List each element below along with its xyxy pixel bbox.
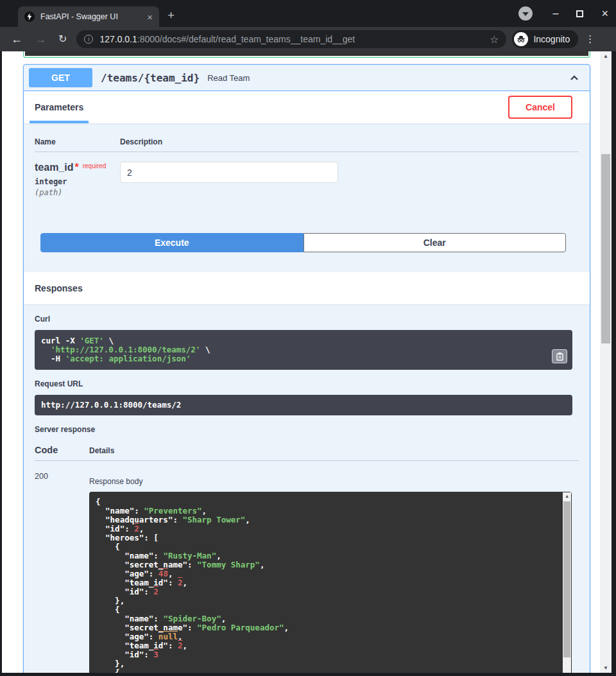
chevron-down-icon [522,12,529,16]
parameters-header: Parameters Cancel [24,91,590,123]
details-column-header: Details [89,446,114,455]
response-body-block[interactable]: { "name": "Preventers", "headquarters": … [89,492,572,673]
window-close-button[interactable]: × [601,9,608,18]
forward-button[interactable]: → [35,33,46,45]
maximize-button[interactable] [576,10,583,17]
minimize-button[interactable]: – [553,10,559,17]
code-column-header: Code [35,445,89,455]
endpoint-summary: Read Team [207,73,250,83]
opblock-summary[interactable]: GET /teams/{team_id} Read Team [24,65,590,91]
new-tab-button[interactable]: + [167,8,175,22]
required-asterisk: * [74,162,78,173]
browser-window: FastAPI - Swagger UI × + – × ← → ↻ i 127… [0,0,616,676]
clear-button[interactable]: Clear [304,233,567,252]
parameters-title: Parameters [35,102,83,112]
response-body-label: Response body [89,477,579,486]
cancel-button[interactable]: Cancel [508,96,572,119]
url-bar[interactable]: i 127.0.0.1:8000/docs#/default/read_team… [76,30,506,48]
incognito-icon [514,32,528,46]
endpoint-path: /teams/{team_id} [101,72,200,84]
response-scrollbar[interactable]: ▲ [563,492,571,673]
active-tab-underline [30,121,89,123]
menu-dots-icon[interactable]: ⋮ [585,33,595,45]
incognito-badge: Incognito [512,30,578,48]
opblock-get-teams: GET /teams/{team_id} Read Team Parameter… [23,64,590,673]
execute-button[interactable]: Execute [40,233,304,252]
scrollbar-up-icon[interactable]: ▲ [600,53,612,59]
profile-menu-button[interactable] [518,6,533,21]
responses-body: Curl curl -X 'GET' \ 'http://127.0.0.1:8… [24,304,590,673]
method-badge: GET [29,68,92,87]
copy-to-clipboard-button[interactable] [552,349,567,363]
execute-row: Execute Clear [40,233,566,252]
tab-parameters[interactable]: Parameters [35,91,83,123]
site-info-icon[interactable]: i [84,35,93,44]
previous-endpoint-block-bottom [23,51,590,58]
request-url-label: Request URL [35,379,579,388]
response-row: 200 Response body { "name": "Preventers"… [35,461,579,673]
chevron-up-icon[interactable] [568,71,581,84]
parameter-name: team_id*required [35,162,120,173]
browser-tab[interactable]: FastAPI - Swagger UI × [18,6,159,27]
tab-close-icon[interactable]: × [147,12,153,22]
page-content: GET /teams/{team_id} Read Team Parameter… [2,51,612,673]
parameter-type: integer [35,177,120,186]
url-path: :8000/docs#/default/read_team_teams__tea… [137,34,355,44]
parameters-body: Name Description team_id*required intege… [24,123,590,252]
tab-title: FastAPI - Swagger UI [40,12,147,21]
url-host: 127.0.0.1 [99,34,137,44]
reload-button[interactable]: ↻ [58,33,67,45]
fastapi-favicon-icon [24,12,35,22]
url-text[interactable]: 127.0.0.1:8000/docs#/default/read_team_t… [99,34,355,44]
back-button[interactable]: ← [11,33,22,45]
curl-label: Curl [35,315,579,324]
request-url-block: http://127.0.0.1:8000/teams/2 [35,395,572,415]
server-response-label: Server response [35,425,579,434]
page-scrollbar-thumb[interactable] [601,154,610,343]
parameter-location: (path) [35,188,120,197]
name-column-header: Name [35,137,120,146]
responses-title: Responses [35,283,83,293]
scroll-up-icon[interactable]: ▲ [563,492,571,501]
browser-toolbar: ← → ↻ i 127.0.0.1:8000/docs#/default/rea… [0,27,616,51]
required-label: required [83,162,107,169]
response-scrollbar-thumb[interactable] [563,501,570,657]
parameter-row: team_id*required integer (path) [35,152,579,197]
curl-command-block[interactable]: curl -X 'GET' \ 'http://127.0.0.1:8000/t… [35,330,572,370]
page-scrollbar[interactable]: ▲ ▼ [600,51,612,673]
previous-code-block [25,51,588,56]
bookmark-star-icon[interactable]: ☆ [490,33,499,46]
title-bar: FastAPI - Swagger UI × + – × [0,0,616,27]
description-column-header: Description [120,137,162,146]
incognito-label: Incognito [533,34,570,44]
status-code: 200 [35,472,89,673]
responses-header: Responses [24,272,590,304]
scrollbar-down-icon[interactable]: ▼ [600,665,612,671]
request-url-value: http://127.0.0.1:8000/teams/2 [41,400,181,410]
team-id-input[interactable] [120,162,338,183]
clipboard-icon [556,352,564,361]
